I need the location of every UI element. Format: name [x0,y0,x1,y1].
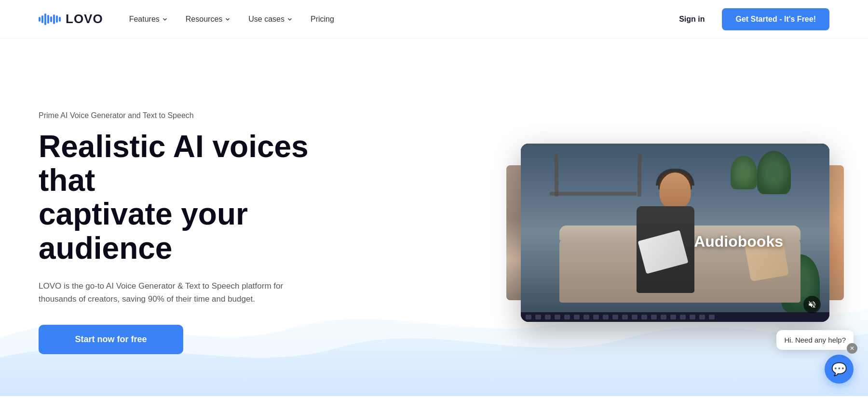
navbar: LOVO Features Resources Use cases [0,0,868,39]
film-hole [670,315,676,319]
chat-bubble: Hi. Need any help? [776,330,854,350]
chevron-down-icon [162,16,168,23]
hero-title: Realistic AI voices that captivate your … [39,130,328,265]
chat-bubble-text: Hi. Need any help? [784,336,846,344]
logo-bar-7 [56,15,58,23]
video-container: Audiobooks [521,144,829,322]
close-icon: ✕ [850,345,854,352]
film-hole [593,315,599,319]
video-mockup: Audiobooks [521,144,829,322]
film-hole [612,315,618,319]
hero-subtitle: Prime AI Voice Generator and Text to Spe… [39,111,328,120]
film-hole [583,315,589,319]
logo[interactable]: LOVO [39,12,103,27]
film-hole [641,315,647,319]
mute-icon [808,300,816,309]
logo-bar-1 [39,17,41,22]
hero-description: LOVO is the go-to AI Voice Generator & T… [39,279,289,305]
film-hole [526,315,531,319]
nav-right: Sign in Get Started - It's Free! [671,8,829,30]
chevron-down-icon-3 [286,16,293,23]
chat-widget: Hi. Need any help? ✕ 💬 [825,355,854,384]
film-hole [622,315,628,319]
person-head [660,172,691,209]
sign-in-button[interactable]: Sign in [671,11,712,27]
pricing-label: Pricing [311,15,334,24]
hero-right: Audiobooks [521,144,829,322]
use-cases-label: Use cases [248,15,285,24]
nav-pricing[interactable]: Pricing [304,11,341,27]
film-hole [632,315,637,319]
logo-icon [39,13,61,25]
nav-use-cases[interactable]: Use cases [242,11,300,27]
chat-open-button[interactable]: 💬 [825,355,854,384]
nav-menu: Features Resources Use cases Pricing [122,11,341,27]
mute-button[interactable] [803,296,821,313]
person-scene [521,144,829,322]
nav-features[interactable]: Features [122,11,175,27]
chat-icon: 💬 [831,362,847,377]
hero-title-line1: Realistic AI voices that [39,129,309,198]
film-hole [680,315,686,319]
nav-left: LOVO Features Resources Use cases [39,11,341,27]
chevron-down-icon-2 [224,16,231,23]
logo-bar-6 [53,14,55,24]
logo-bar-2 [41,15,43,23]
features-label: Features [129,15,160,24]
film-hole [603,315,609,319]
hero-left: Prime AI Voice Generator and Text to Spe… [39,111,328,355]
film-hole [564,315,570,319]
film-hole [545,315,551,319]
chat-close-button[interactable]: ✕ [847,343,857,354]
film-hole [651,315,657,319]
resources-label: Resources [186,15,222,24]
film-strip-bottom [521,312,829,322]
film-hole [661,315,666,319]
logo-bar-8 [59,17,61,22]
nav-resources[interactable]: Resources [179,11,238,27]
logo-bar-3 [44,13,46,25]
logo-bar-4 [47,15,49,24]
logo-bars [39,13,61,25]
hero-title-line3: audience [39,231,172,265]
logo-bar-5 [50,16,52,22]
hero-section: Prime AI Voice Generator and Text to Spe… [0,39,868,398]
film-hole [709,315,715,319]
film-hole [699,315,705,319]
start-now-button[interactable]: Start now for free [39,325,183,354]
video-label: Audiobooks [694,233,783,251]
hero-title-line2: captivate your [39,197,248,231]
film-hole [574,315,580,319]
film-hole [690,315,695,319]
get-started-button[interactable]: Get Started - It's Free! [722,8,829,30]
film-hole [535,315,541,319]
logo-text: LOVO [66,12,103,27]
film-hole [555,315,560,319]
